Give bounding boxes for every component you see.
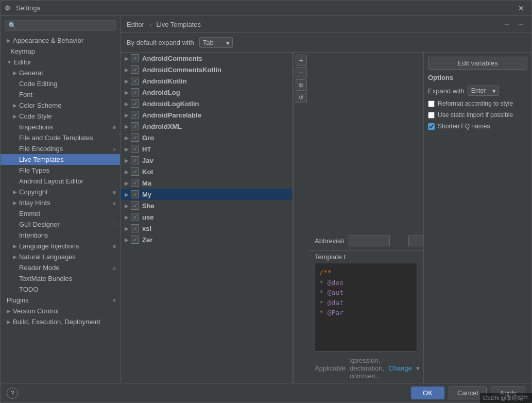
list-item[interactable]: ▶ HT [121,143,293,155]
description-input[interactable]: 方法注释模板 [408,236,423,246]
checkbox[interactable] [131,156,139,164]
sidebar-item-android-layout-editor[interactable]: Android Layout Editor [1,176,120,187]
sidebar-item-keymap[interactable]: Keymap [1,46,120,57]
list-item[interactable]: ▶ AndroidLogKotlin [121,98,293,109]
list-item[interactable]: ▶ Gro [121,132,293,143]
sidebar-item-file-code-templates[interactable]: File and Code Templates [1,132,120,143]
sidebar-item-textmate-bundles[interactable]: TextMate Bundles [1,273,120,284]
checkbox[interactable] [131,236,139,244]
nav-forward-button[interactable]: → [516,20,525,28]
sidebar-item-gui-designer[interactable]: GUI Designer ≡ [1,219,120,230]
sidebar-item-code-editing[interactable]: Code Editing [1,78,120,89]
shorten-fq-checkbox[interactable] [428,123,435,130]
checkbox[interactable] [131,133,139,142]
sidebar-item-reader-mode[interactable]: Reader Mode ≡ [1,262,120,273]
close-button[interactable]: ✕ [515,3,527,13]
sidebar-item-build-execution[interactable]: ▶ Build, Execution, Deployment [1,316,120,327]
abbreviation-input[interactable] [349,236,390,246]
nav-back-button[interactable]: ← [503,20,512,28]
checkbox[interactable] [131,179,139,187]
item-name: HT [142,145,151,153]
search-box[interactable]: 🔍 [5,20,116,31]
item-name: AndroidCommentsKotlin [142,66,221,74]
edit-variables-button[interactable]: Edit variables [428,57,527,70]
checkbox[interactable] [131,224,139,232]
list-item[interactable]: ▶ Ma [121,177,293,189]
list-item[interactable]: ▶ AndroidCommentsKotlin [121,64,293,75]
list-item-selected[interactable]: ▶ My [121,189,293,200]
bottom-bar: ? OK Cancel Apply [1,383,531,402]
sidebar-item-plugins[interactable]: Plugins ≡ [1,295,120,306]
checkbox[interactable] [131,213,139,221]
template-text-area[interactable]: /** * @des * @aut * @dat * @Par [315,263,417,351]
item-name: Kot [142,168,153,176]
change-link[interactable]: Change [388,364,412,372]
sidebar-label: TODO [19,286,38,293]
checkbox[interactable] [131,88,139,96]
checkbox[interactable] [131,167,139,176]
badge: ≡ [113,189,116,195]
sidebar-item-version-control[interactable]: ▶ Version Control [1,306,120,316]
sidebar-item-intentions[interactable]: Intentions [1,230,120,241]
list-item[interactable]: ▶ xsl [121,223,293,234]
checkbox[interactable] [131,122,139,130]
checkbox[interactable] [131,54,139,62]
checkbox[interactable] [131,190,139,198]
sidebar-item-code-style[interactable]: ▶ Code Style [1,111,120,122]
sidebar-item-live-templates[interactable]: Live Templates [1,154,120,165]
list-item[interactable]: ▶ AndroidParcelable [121,109,293,121]
app-icon: ⚙ [5,4,13,12]
list-item[interactable]: ▶ AndroidKotlin [121,75,293,87]
list-item[interactable]: ▶ use [121,211,293,223]
checkbox[interactable] [131,145,139,153]
search-input[interactable] [16,22,112,29]
sidebar-item-natural-languages[interactable]: ▶ Natural Languages [1,251,120,262]
expand-select[interactable]: Tab Enter Space [199,37,233,48]
list-item[interactable]: ▶ AndroidComments [121,53,293,64]
sidebar-item-editor[interactable]: ▼ Editor [1,57,120,68]
restore-button[interactable]: ↺ [296,92,307,103]
list-item[interactable]: ▶ Kot [121,166,293,177]
arrow-icon: ▶ [7,308,11,314]
sidebar-label: Live Templates [19,156,63,163]
reformat-checkbox[interactable] [428,100,435,107]
sidebar-item-appearance[interactable]: ▶ Appearance & Behavior [1,35,120,46]
add-button[interactable]: + [296,55,307,66]
arrow-icon: ▶ [13,200,17,206]
sidebar-item-color-scheme[interactable]: ▶ Color Scheme [1,100,120,111]
checkbox[interactable] [131,202,139,210]
list-item[interactable]: ▶ Zer [121,234,293,245]
breadcrumb: Editor › Live Templates [127,21,201,28]
sidebar-item-todo[interactable]: TODO [1,284,120,295]
sidebar-item-file-encodings[interactable]: File Encodings ≡ [1,143,120,154]
sidebar-item-inlay-hints[interactable]: ▶ Inlay Hints ≡ [1,197,120,208]
expand-with-select[interactable]: Enter Tab Space [468,86,499,96]
remove-button[interactable]: − [296,67,307,78]
help-button[interactable]: ? [7,388,18,399]
list-item[interactable]: ▶ Jav [121,155,293,166]
list-item[interactable]: ▶ AndroidXML [121,121,293,132]
sidebar-item-inspections[interactable]: Inspections ≡ [1,122,120,132]
static-import-checkbox[interactable] [428,112,435,119]
sidebar-item-general[interactable]: ▶ General [1,68,120,78]
sidebar-item-file-types[interactable]: File Types [1,165,120,176]
list-item[interactable]: ▶ AndroidLog [121,87,293,98]
checkbox[interactable] [131,77,139,85]
sidebar-item-font[interactable]: Font [1,89,120,100]
sidebar-item-emmet[interactable]: Emmet [1,208,120,219]
nav-arrows: ← → [503,20,525,28]
sidebar-label: Inlay Hints [19,199,50,207]
checkbox[interactable] [131,99,139,108]
checkbox[interactable] [131,111,139,119]
sidebar-label: GUI Designer [19,221,60,228]
sidebar-item-language-injections[interactable]: ▶ Language Injections ≡ [1,241,120,251]
sidebar-item-copyright[interactable]: ▶ Copyright ≡ [1,187,120,197]
copy-button[interactable]: ⧉ [296,79,307,91]
sidebar-label: File and Code Templates [19,134,93,142]
arrow-icon: ▶ [7,38,11,43]
ok-button[interactable]: OK [411,387,444,399]
list-item[interactable]: ▶ She [121,200,293,211]
expand-with-select-wrap: Enter Tab Space [468,86,499,96]
checkbox[interactable] [131,65,139,74]
right-pane: Editor › Live Templates ← → By default e… [121,16,531,383]
